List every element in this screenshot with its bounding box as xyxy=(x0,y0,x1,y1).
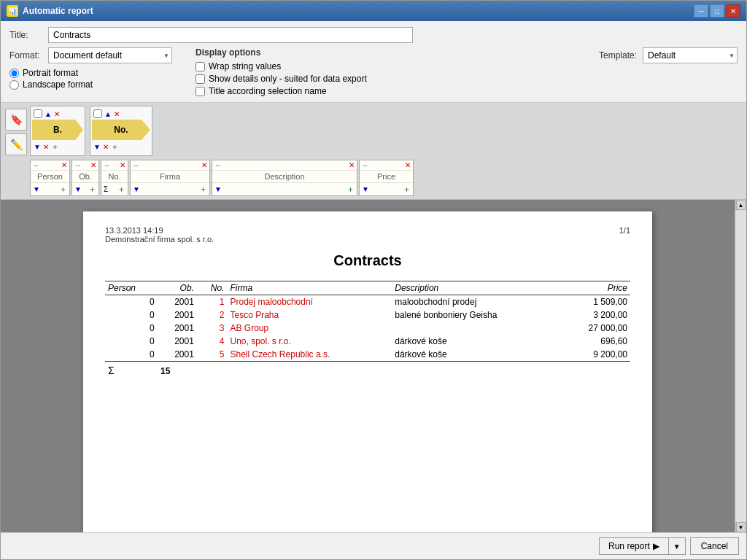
show-details-checkbox[interactable] xyxy=(196,74,205,84)
run-report-label: Run report xyxy=(608,541,650,551)
report-footer-row: Σ 15 xyxy=(105,362,630,378)
title-input[interactable] xyxy=(48,27,413,43)
th-description: Description xyxy=(392,281,560,295)
vertical-scrollbar[interactable]: ▲ ▼ xyxy=(735,200,746,532)
col-description-add[interactable]: ＋ xyxy=(347,184,355,195)
group-no-checkbox[interactable] xyxy=(93,109,102,118)
col-price-sort: ▼ xyxy=(362,185,369,193)
col-firma-add[interactable]: ＋ xyxy=(199,184,207,195)
group-b: ▲ ✕ B. ▼ ✕ ＋ xyxy=(30,106,85,156)
format-row: Format: Document default ▼ Portrait form… xyxy=(9,47,738,96)
col-price-resize-icon: ↔ xyxy=(362,162,368,169)
col-ob-close[interactable]: ✕ xyxy=(90,161,96,169)
group-b-down-icon: ▼ xyxy=(34,143,41,151)
format-section: Format: Document default ▼ Portrait form… xyxy=(9,47,172,90)
close-button[interactable]: ✕ xyxy=(726,4,740,18)
report-page: 13.3.2013 14:19 Demonstrační firma spol.… xyxy=(83,211,652,532)
group-b-up-icon: ▲ xyxy=(44,110,52,118)
landscape-label: Landscape format xyxy=(23,79,93,90)
report-meta: 13.3.2013 14:19 Demonstrační firma spol.… xyxy=(105,226,630,244)
maximize-button[interactable]: □ xyxy=(710,4,724,18)
group-b-checkbox[interactable] xyxy=(34,109,42,118)
col-no-resize-icon: ↔ xyxy=(104,162,110,169)
preview-container: 13.3.2013 14:19 Demonstrační firma spol.… xyxy=(1,200,746,532)
col-ob-add[interactable]: ＋ xyxy=(88,184,96,195)
portrait-radio[interactable] xyxy=(9,69,19,78)
group-no-arrow: No. xyxy=(92,120,150,140)
landscape-radio[interactable] xyxy=(9,80,19,90)
col-no-add[interactable]: ＋ xyxy=(117,184,125,195)
col-description-close[interactable]: ✕ xyxy=(349,161,355,169)
group-no-down-icon: ▼ xyxy=(93,143,101,151)
col-person-close[interactable]: ✕ xyxy=(61,161,67,169)
group-no: ▲ ✕ No. ▼ ✕ ＋ xyxy=(90,106,152,156)
footer-total: 15 xyxy=(160,366,170,376)
th-price: Price xyxy=(560,281,630,295)
col-person: ↔ ✕ Person ▼ ＋ xyxy=(30,160,70,196)
window-controls: ─ □ ✕ xyxy=(694,4,740,18)
col-no-name: No. xyxy=(101,170,128,183)
run-report-arrow-icon: ▶ xyxy=(653,541,659,551)
report-date: 13.3.2013 14:19 xyxy=(105,226,214,235)
side-toolbar: 🔖 ✏️ xyxy=(5,109,27,155)
report-table: Person Ob. No. Firma Description Price 0… xyxy=(105,281,630,378)
scroll-down-button[interactable]: ▼ xyxy=(736,522,746,532)
group-b-red-x[interactable]: ✕ xyxy=(54,110,60,118)
run-report-dropdown[interactable]: ▼ xyxy=(669,537,686,555)
col-price-name: Price xyxy=(360,170,413,183)
report-table-header: Person Ob. No. Firma Description Price xyxy=(105,281,630,295)
template-select[interactable]: Default xyxy=(643,47,738,63)
scroll-up-button[interactable]: ▲ xyxy=(736,200,746,210)
cancel-button[interactable]: Cancel xyxy=(690,537,739,555)
cancel-label: Cancel xyxy=(701,541,728,551)
pencil-button[interactable]: ✏️ xyxy=(5,133,27,155)
title-label: Title: xyxy=(9,30,42,40)
col-firma-resize-icon: ↔ xyxy=(133,162,139,169)
col-ob-sort: ▼ xyxy=(74,185,82,193)
col-person-add[interactable]: ＋ xyxy=(59,184,67,195)
col-description-name: Description xyxy=(212,170,357,183)
table-row: 0 2001 4 Uno, spol. s r.o. dárkové koše … xyxy=(105,335,630,348)
col-ob: ↔ ✕ Ob. ▼ ＋ xyxy=(71,160,99,196)
footer-sigma: Σ xyxy=(108,365,115,376)
window-title: Automatic report xyxy=(23,6,93,16)
col-person-resize-icon: ↔ xyxy=(33,162,39,169)
run-report-button[interactable]: Run report ▶ xyxy=(599,537,669,555)
col-no-close[interactable]: ✕ xyxy=(120,161,125,169)
display-options-section: Display options Wrap string values Show … xyxy=(196,47,367,96)
wrap-string-checkbox[interactable] xyxy=(196,62,205,71)
col-price-close[interactable]: ✕ xyxy=(405,161,411,169)
group-b-plus[interactable]: ＋ xyxy=(51,141,59,152)
group-b-arrow: B. xyxy=(32,120,83,140)
wrap-string-label: Wrap string values xyxy=(209,61,281,71)
col-description-sort: ▼ xyxy=(214,185,222,193)
report-page-num: 1/1 xyxy=(619,226,630,244)
col-firma-close[interactable]: ✕ xyxy=(201,161,207,169)
col-firma: ↔ ✕ Firma ▼ ＋ xyxy=(130,160,210,196)
group-arrows-row: ▲ ✕ B. ▼ ✕ ＋ ▲ xyxy=(30,106,414,156)
group-no-plus[interactable]: ＋ xyxy=(111,141,119,152)
title-row: Title: xyxy=(9,27,738,43)
report-company: Demonstrační firma spol. s r.o. xyxy=(105,235,214,244)
th-ob: Ob. xyxy=(158,281,197,295)
run-report-group: Run report ▶ ▼ xyxy=(599,537,686,555)
table-row: 0 2001 2 Tesco Praha balené bonboniery G… xyxy=(105,308,630,322)
scroll-track xyxy=(735,210,746,522)
template-label: Template: xyxy=(599,50,637,61)
report-title: Contracts xyxy=(105,252,630,269)
title-selection-checkbox[interactable] xyxy=(196,87,205,96)
group-b-x2[interactable]: ✕ xyxy=(43,143,49,151)
template-section: Template: Default ▼ xyxy=(599,47,738,63)
title-selection-label: Title according selection name xyxy=(209,86,327,96)
col-price-add[interactable]: ＋ xyxy=(403,184,411,195)
minimize-button[interactable]: ─ xyxy=(694,4,708,18)
format-select[interactable]: Document default xyxy=(48,47,172,63)
table-row: 0 2001 1 Prodej maloobchodní maloobchodn… xyxy=(105,295,630,309)
group-no-x2[interactable]: ✕ xyxy=(103,143,109,151)
preview-scroll[interactable]: 13.3.2013 14:19 Demonstrační firma spol.… xyxy=(1,200,735,532)
group-no-red-x[interactable]: ✕ xyxy=(114,110,120,118)
th-person: Person xyxy=(105,281,158,295)
group-no-up-icon: ▲ xyxy=(104,110,112,118)
col-person-name: Person xyxy=(31,170,69,183)
bookmark-button[interactable]: 🔖 xyxy=(5,109,27,131)
